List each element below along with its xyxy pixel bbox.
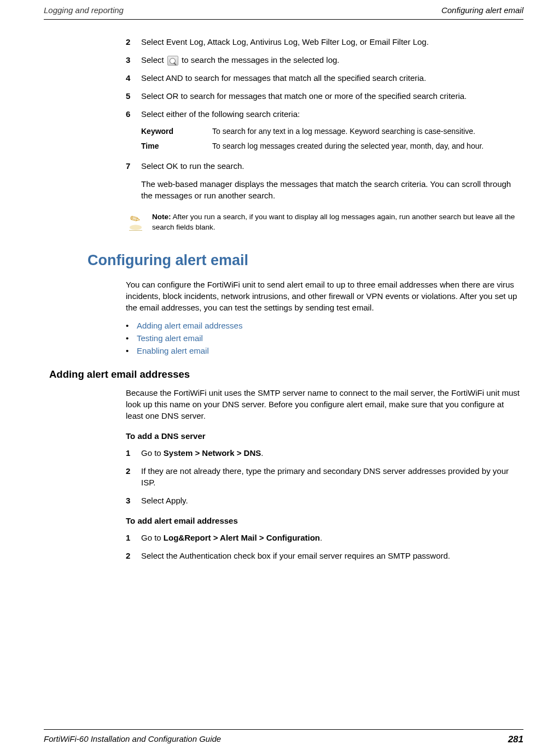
section-heading: Configuring alert email [88, 252, 523, 269]
step-text: Go to System > Network > DNS. [141, 447, 523, 459]
step-bold: Log&Report > Alert Mail > Configuration [164, 533, 320, 542]
step-number: 6 [126, 108, 141, 120]
step-text: Select OR to search for messages that ma… [141, 90, 523, 102]
note-block: Note: After you run a search, if you wan… [126, 212, 523, 233]
criteria-label: Time [141, 141, 212, 151]
criteria-row: Time To search log messages created duri… [141, 141, 523, 151]
step-text-pre: Select [141, 55, 166, 65]
step-text: Select the Authentication check box if y… [141, 550, 523, 561]
step-item: 5 Select OR to search for messages that … [126, 90, 523, 102]
step-number: 2 [126, 550, 141, 561]
step-item: 3 Select to search the messages in the s… [126, 54, 523, 66]
step-subtext: The web-based manager displays the messa… [141, 178, 523, 201]
page-header: Logging and reporting Configuring alert … [44, 5, 523, 20]
list-item: Enabling alert email [126, 346, 523, 355]
step-number: 2 [126, 465, 141, 488]
note-label: Note: [152, 213, 171, 221]
step-text: Select AND to search for messages that m… [141, 72, 523, 84]
section-intro: You can configure the FortiWiFi unit to … [126, 279, 523, 313]
procedure-heading: To add a DNS server [126, 431, 523, 441]
step-item: 4 Select AND to search for messages that… [126, 72, 523, 84]
step-number: 1 [126, 447, 141, 459]
step-number: 2 [126, 36, 141, 48]
procedure-heading: To add alert email addresses [126, 516, 523, 525]
step-number: 4 [126, 72, 141, 84]
step-item: 1 Go to System > Network > DNS. [126, 447, 523, 459]
search-icon [167, 56, 178, 66]
step-bold: System > Network > DNS [164, 448, 261, 458]
step-text: Go to Log&Report > Alert Mail > Configur… [141, 532, 523, 543]
note-pencil-icon [126, 212, 152, 233]
note-body: After you run a search, if you want to d… [152, 213, 515, 231]
step-post: . [261, 448, 263, 458]
step-number: 7 [126, 160, 141, 172]
step-number: 5 [126, 90, 141, 102]
criteria-desc: To search log messages created during th… [212, 141, 523, 151]
list-item: Adding alert email addresses [126, 321, 523, 330]
note-text: Note: After you run a search, if you wan… [152, 212, 523, 233]
step-item: 7 Select OK to run the search. [126, 160, 523, 172]
link-list: Adding alert email addresses Testing ale… [126, 321, 523, 355]
step-text: Select OK to run the search. [141, 160, 523, 172]
list-item: Testing alert email [126, 333, 523, 343]
subsection-heading: Adding alert email addresses [49, 368, 523, 380]
step-item: 2 Select Event Log, Attack Log, Antiviru… [126, 36, 523, 48]
page-footer: FortiWiFi-60 Installation and Configurat… [44, 729, 523, 745]
link-testing-email[interactable]: Testing alert email [137, 333, 203, 343]
header-right: Configuring alert email [441, 5, 523, 15]
step-post: . [320, 533, 322, 542]
header-left: Logging and reporting [44, 5, 124, 15]
step-pre: Go to [141, 448, 164, 458]
criteria-label: Keyword [141, 126, 212, 137]
link-adding-addresses[interactable]: Adding alert email addresses [137, 321, 242, 330]
criteria-desc: To search for any text in a log message.… [212, 126, 523, 137]
step-number: 3 [126, 495, 141, 506]
criteria-table: Keyword To search for any text in a log … [141, 126, 523, 151]
link-enabling-email[interactable]: Enabling alert email [137, 346, 209, 355]
step-text: Select either of the following search cr… [141, 108, 523, 120]
step-number: 3 [126, 54, 141, 66]
step-text-post: to search the messages in the selected l… [179, 55, 340, 65]
criteria-row: Keyword To search for any text in a log … [141, 126, 523, 137]
step-item: 2 If they are not already there, type th… [126, 465, 523, 488]
step-text: Select Event Log, Attack Log, Antivirus … [141, 36, 523, 48]
subsection-intro: Because the FortiWiFi unit uses the SMTP… [126, 387, 523, 421]
step-text: Select to search the messages in the sel… [141, 54, 523, 66]
step-item: 1 Go to Log&Report > Alert Mail > Config… [126, 532, 523, 543]
step-text: If they are not already there, type the … [141, 465, 523, 488]
page-number: 281 [508, 734, 523, 745]
step-item: 2 Select the Authentication check box if… [126, 550, 523, 561]
main-content: 2 Select Event Log, Attack Log, Antiviru… [44, 36, 523, 561]
step-number: 1 [126, 532, 141, 543]
footer-left: FortiWiFi-60 Installation and Configurat… [44, 734, 221, 745]
step-text: Select Apply. [141, 495, 523, 506]
step-item: 6 Select either of the following search … [126, 108, 523, 120]
step-item: 3 Select Apply. [126, 495, 523, 506]
step-pre: Go to [141, 533, 164, 542]
